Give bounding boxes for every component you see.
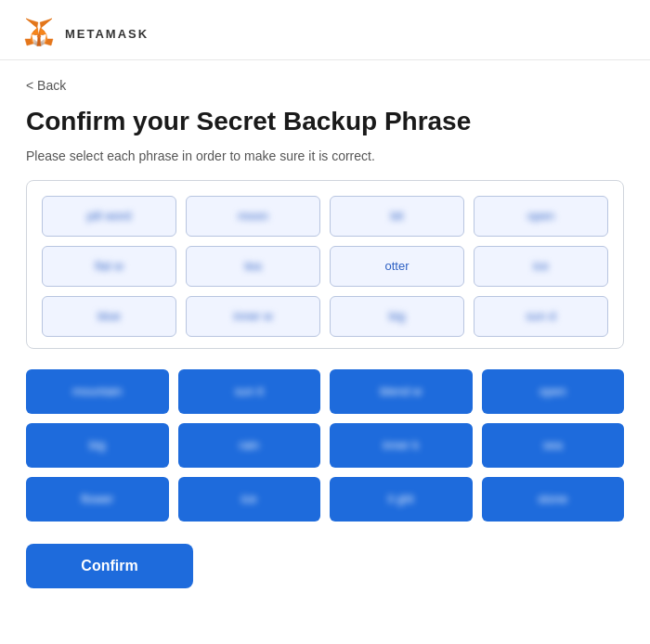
word-btn-7-text: inner k <box>383 438 419 452</box>
phrase-slot-6-text: tea <box>244 259 261 273</box>
word-btn-7[interactable]: inner k <box>330 423 473 468</box>
word-btn-10-text: ice <box>241 492 257 506</box>
phrase-slot-2[interactable]: moon <box>186 196 320 237</box>
word-btn-1-text: mountain <box>72 384 122 398</box>
word-btn-9[interactable]: flower <box>26 477 169 522</box>
word-btn-3-text: blend w <box>380 384 422 398</box>
phrase-slot-8[interactable]: ice <box>474 246 608 287</box>
phrase-slot-12-text: sun d <box>526 309 556 323</box>
confirm-button[interactable]: Confirm <box>26 544 193 588</box>
svg-marker-15 <box>26 19 38 28</box>
phrase-slots-grid: pill word moon bit open flat w tea otter… <box>42 196 608 337</box>
phrase-slot-9-text: blue <box>98 309 121 323</box>
phrase-slot-9[interactable]: blue <box>42 296 176 337</box>
word-btn-8-text: sea <box>543 438 563 452</box>
phrase-drop-area: pill word moon bit open flat w tea otter… <box>26 180 624 349</box>
phrase-slot-1-text: pill word <box>87 209 132 223</box>
phrase-slot-7[interactable]: otter <box>330 246 464 287</box>
app-logo-text: METAMASK <box>65 27 149 41</box>
phrase-slot-5[interactable]: flat w <box>42 246 176 287</box>
phrase-slot-5-text: flat w <box>95 259 123 273</box>
word-btn-11-text: li ght <box>388 492 413 506</box>
app-header: METAMASK <box>0 0 650 60</box>
phrase-slot-12[interactable]: sun d <box>474 296 608 337</box>
svg-marker-16 <box>40 19 52 28</box>
word-btn-5-text: big <box>89 438 105 452</box>
word-btn-1[interactable]: mountain <box>26 369 169 414</box>
word-btn-8[interactable]: sea <box>482 423 625 468</box>
word-btn-2[interactable]: sun it <box>178 369 321 414</box>
word-btn-9-text: flower <box>81 492 113 506</box>
phrase-slot-10[interactable]: inner w <box>186 296 320 337</box>
phrase-slot-6[interactable]: tea <box>186 246 320 287</box>
phrase-slot-1[interactable]: pill word <box>42 196 176 237</box>
phrase-slot-4[interactable]: open <box>474 196 608 237</box>
phrase-slot-10-text: inner w <box>234 309 273 323</box>
word-btn-5[interactable]: big <box>26 423 169 468</box>
phrase-slot-8-text: ice <box>533 259 549 273</box>
phrase-slot-4-text: open <box>527 209 554 223</box>
word-btn-2-text: sun it <box>235 384 264 398</box>
word-btn-12[interactable]: stone <box>482 477 625 522</box>
word-btn-12-text: stone <box>538 492 567 506</box>
word-btn-6-text: rain <box>239 438 259 452</box>
phrase-slot-3-text: bit <box>391 209 404 223</box>
word-btn-4[interactable]: open <box>482 369 625 414</box>
word-btn-4-text: open <box>540 384 566 398</box>
word-btn-3[interactable]: blend w <box>330 369 473 414</box>
main-content: < Back Confirm your Secret Backup Phrase… <box>0 60 650 611</box>
word-btn-6[interactable]: rain <box>178 423 321 468</box>
back-button[interactable]: < Back <box>26 78 66 93</box>
word-btn-10[interactable]: ice <box>178 477 321 522</box>
phrase-slot-7-text: otter <box>384 259 409 273</box>
word-bank-grid: mountain sun it blend w open big rain in… <box>26 369 624 522</box>
svg-marker-19 <box>40 28 46 35</box>
svg-marker-20 <box>32 28 38 35</box>
phrase-slot-11[interactable]: big <box>330 296 464 337</box>
phrase-slot-2-text: moon <box>238 209 268 223</box>
page-subtitle: Please select each phrase in order to ma… <box>26 148 624 163</box>
page-title: Confirm your Secret Backup Phrase <box>26 106 624 137</box>
phrase-slot-11-text: big <box>389 309 405 323</box>
word-btn-11[interactable]: li ght <box>330 477 473 522</box>
phrase-slot-3[interactable]: bit <box>330 196 464 237</box>
metamask-logo-icon <box>22 17 56 50</box>
